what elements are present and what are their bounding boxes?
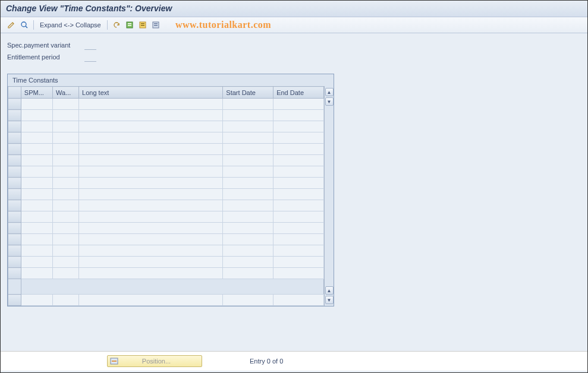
title-bar: Change View "Time Constants": Overview xyxy=(0,0,588,17)
svg-rect-3 xyxy=(128,23,131,24)
undo-icon[interactable] xyxy=(111,20,122,30)
table-row[interactable] xyxy=(8,99,324,110)
toggle-change-icon[interactable] xyxy=(6,20,17,30)
table-row[interactable] xyxy=(8,200,324,211)
toolbar-separator xyxy=(33,20,34,30)
col-spmd[interactable]: SPM... xyxy=(21,87,52,99)
row-selector[interactable] xyxy=(8,110,21,121)
col-wa[interactable]: Wa... xyxy=(53,87,79,99)
row-selector[interactable] xyxy=(8,99,21,110)
table-row[interactable] xyxy=(8,223,324,234)
table-row[interactable] xyxy=(8,121,324,132)
scroll-down-icon[interactable]: ▼ xyxy=(325,296,334,304)
spec-payment-input[interactable] xyxy=(84,40,96,50)
toolbar: Expand <-> Collapse www.tutorialkart.com xyxy=(0,17,588,33)
row-selector[interactable] xyxy=(8,166,21,178)
svg-rect-9 xyxy=(154,23,158,24)
table-row[interactable] xyxy=(8,144,324,155)
panel-title: Time Constants xyxy=(8,74,334,86)
footer-bar: Position... Entry 0 of 0 xyxy=(0,351,588,371)
table-row[interactable] xyxy=(8,166,324,178)
content-area: Spec.payment variant Entitlement period … xyxy=(0,33,588,373)
position-label: Position... xyxy=(122,358,202,365)
table-row[interactable] xyxy=(8,234,324,245)
vertical-scrollbar[interactable]: ▲ ▼ ▲ ▼ xyxy=(324,86,334,306)
row-selector[interactable] xyxy=(8,257,21,268)
time-constants-panel: Time Constants SPM... Wa... Long text St… xyxy=(7,74,334,306)
table-row[interactable] xyxy=(8,268,324,279)
col-longtext[interactable]: Long text xyxy=(79,87,223,99)
row-selector[interactable] xyxy=(8,144,21,155)
svg-rect-6 xyxy=(141,23,144,24)
row-selector[interactable] xyxy=(8,268,21,279)
row-selector[interactable] xyxy=(8,295,21,306)
deselect-all-icon[interactable] xyxy=(150,20,161,30)
expand-collapse-button[interactable]: Expand <-> Collapse xyxy=(37,21,103,29)
entitlement-input[interactable] xyxy=(84,52,96,62)
details-icon[interactable] xyxy=(19,20,30,30)
svg-rect-7 xyxy=(141,25,144,26)
row-selector[interactable] xyxy=(8,211,21,223)
entitlement-label: Entitlement period xyxy=(7,53,84,61)
table-gap xyxy=(8,279,324,295)
row-selector-header[interactable] xyxy=(8,87,21,99)
table-body xyxy=(8,99,324,306)
table-row[interactable] xyxy=(8,257,324,268)
table-row[interactable] xyxy=(8,211,324,223)
field-row: Spec.payment variant xyxy=(7,40,581,50)
row-selector[interactable] xyxy=(8,178,21,189)
row-selector[interactable] xyxy=(8,189,21,200)
svg-rect-10 xyxy=(154,25,158,26)
position-button[interactable]: Position... xyxy=(107,355,202,367)
table-row[interactable] xyxy=(8,110,324,121)
select-all-icon[interactable] xyxy=(124,20,135,30)
row-selector[interactable] xyxy=(8,155,21,166)
svg-point-0 xyxy=(21,22,26,27)
table-row[interactable] xyxy=(8,295,324,306)
col-enddate[interactable]: End Date xyxy=(273,87,324,99)
row-selector[interactable] xyxy=(8,234,21,245)
row-selector[interactable] xyxy=(8,200,21,211)
table-row[interactable] xyxy=(8,178,324,189)
svg-rect-4 xyxy=(128,25,131,26)
table-row[interactable] xyxy=(8,132,324,144)
svg-line-1 xyxy=(26,26,27,28)
scroll-up-icon[interactable]: ▲ xyxy=(325,286,334,295)
table-row[interactable] xyxy=(8,245,324,257)
row-selector[interactable] xyxy=(8,245,21,257)
position-icon xyxy=(109,356,120,366)
svg-rect-12 xyxy=(112,361,117,362)
table-row[interactable] xyxy=(8,189,324,200)
row-selector[interactable] xyxy=(8,121,21,132)
row-selector[interactable] xyxy=(8,223,21,234)
row-selector[interactable] xyxy=(8,132,21,144)
entry-count: Entry 0 of 0 xyxy=(250,358,283,365)
page-title: Change View "Time Constants": Overview xyxy=(6,4,582,13)
spec-payment-label: Spec.payment variant xyxy=(7,42,84,49)
select-block-icon[interactable] xyxy=(137,20,148,30)
toolbar-separator xyxy=(107,20,108,30)
field-row: Entitlement period xyxy=(7,52,581,62)
time-constants-table: SPM... Wa... Long text Start Date End Da… xyxy=(8,86,324,306)
scroll-down-icon[interactable]: ▼ xyxy=(325,97,334,106)
col-startdate[interactable]: Start Date xyxy=(223,87,273,99)
scroll-up-icon[interactable]: ▲ xyxy=(325,88,334,96)
table-row[interactable] xyxy=(8,155,324,166)
watermark-text: www.tutorialkart.com xyxy=(175,20,271,30)
